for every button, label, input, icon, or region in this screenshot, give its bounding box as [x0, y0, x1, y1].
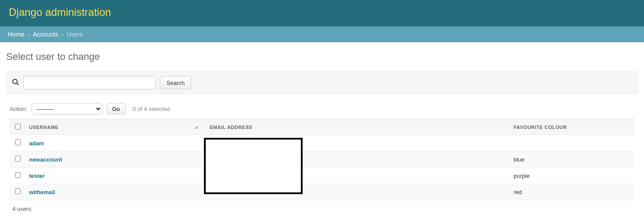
username-link[interactable]: adam — [29, 140, 44, 147]
row-checkbox[interactable] — [15, 140, 21, 145]
breadcrumb-sep-icon: › — [28, 32, 30, 38]
admin-header: Django administration — [0, 0, 644, 26]
header-email-label: EMAIL ADDRESS — [210, 125, 252, 130]
redaction-overlay — [204, 138, 303, 194]
username-link[interactable]: withemail — [29, 189, 55, 195]
breadcrumb-current: Users — [67, 31, 83, 38]
actions-label: Action: — [10, 106, 27, 112]
table-row: tester purple — [10, 168, 634, 184]
results-table: USERNAME ▲ EMAIL ADDRESS FAVOURITE COLOU… — [10, 119, 634, 200]
table-row: newaccount blue — [10, 151, 634, 168]
search-toolbar: Search — [6, 71, 638, 94]
result-count: 4 users — [12, 206, 632, 212]
row-checkbox[interactable] — [15, 172, 21, 178]
header-username-label: USERNAME — [29, 125, 59, 130]
table-header-row: USERNAME ▲ EMAIL ADDRESS FAVOURITE COLOU… — [10, 119, 634, 135]
row-checkbox[interactable] — [15, 188, 21, 194]
svg-line-1 — [17, 83, 19, 85]
cell-colour: purple — [510, 168, 634, 184]
username-link[interactable]: newaccount — [29, 156, 62, 163]
breadcrumb-accounts[interactable]: Accounts — [33, 31, 58, 38]
svg-point-0 — [13, 79, 17, 84]
action-select[interactable]: --------- — [32, 103, 102, 114]
breadcrumb-home[interactable]: Home — [8, 31, 24, 38]
table-row: adam — [10, 135, 634, 151]
table-row: withemail red — [10, 184, 634, 200]
search-input[interactable] — [23, 76, 155, 89]
breadcrumb: Home › Accounts › Users — [0, 26, 644, 42]
search-button[interactable]: Search — [160, 76, 191, 89]
row-checkbox[interactable] — [15, 156, 21, 162]
go-button[interactable]: Go — [107, 103, 126, 114]
header-select-all — [10, 119, 26, 135]
cell-colour: red — [510, 184, 634, 200]
cell-colour: blue — [510, 151, 634, 168]
header-username[interactable]: USERNAME ▲ — [26, 119, 206, 135]
username-link[interactable]: tester — [29, 173, 44, 179]
search-icon — [12, 78, 19, 87]
page-title: Select user to change — [6, 51, 638, 63]
sort-asc-icon: ▲ — [195, 125, 199, 129]
header-colour[interactable]: FAVOURITE COLOUR — [510, 119, 634, 135]
cell-colour — [510, 135, 634, 151]
breadcrumb-sep-icon: › — [62, 32, 63, 38]
header-email[interactable]: EMAIL ADDRESS — [206, 119, 510, 135]
header-colour-label: FAVOURITE COLOUR — [514, 125, 567, 130]
selection-count: 0 of 4 selected — [133, 106, 170, 112]
select-all-checkbox[interactable] — [15, 124, 21, 129]
actions-bar: Action: --------- Go 0 of 4 selected — [10, 103, 634, 114]
site-title: Django administration — [9, 6, 635, 18]
